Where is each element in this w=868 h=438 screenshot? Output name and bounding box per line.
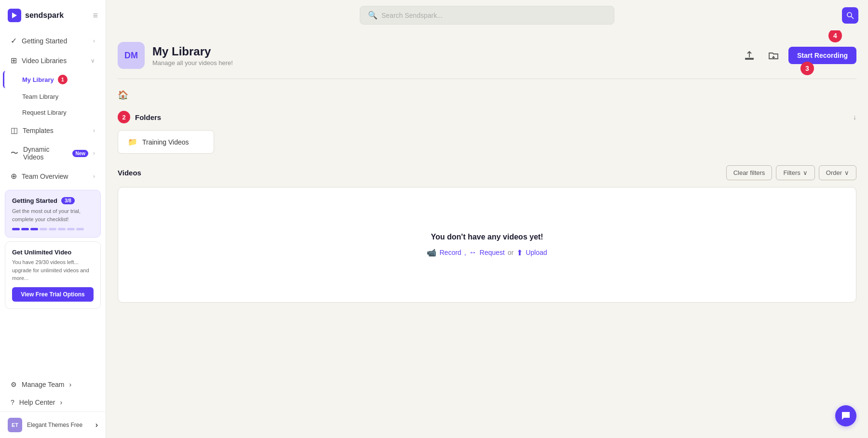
record-icon: 📹 [427, 248, 436, 257]
dot-5 [49, 228, 56, 230]
sidebar-item-templates[interactable]: ◫ Templates › [3, 121, 103, 140]
unlimited-card-title: Get Unlimited Video [12, 249, 94, 256]
dot-8 [76, 228, 84, 230]
filters-label: Filters [783, 169, 800, 176]
sort-arrow-icon[interactable]: ↓ [853, 113, 856, 121]
sidebar-item-my-library[interactable]: My Library 1 [3, 71, 103, 88]
empty-state-actions: 📹 Record , ↔ Request or ⬆ Upload [427, 248, 547, 257]
sidebar-item-label: Getting Started [22, 37, 88, 45]
help-center-label: Help Center [19, 398, 55, 406]
video-libraries-icon: ⊞ [11, 56, 17, 65]
user-name: Elegant Themes Free [27, 422, 91, 428]
chevron-right-icon: › [95, 421, 98, 429]
sidebar-bottom: ⚙ Manage Team › ? Help Center › ET Elega… [0, 375, 106, 438]
search-box[interactable]: 🔍 Search Sendspark... [360, 6, 614, 25]
sidebar-collapse-button[interactable]: ≡ [93, 11, 98, 21]
videos-section-label: Videos [118, 169, 141, 177]
sidebar-item-video-libraries[interactable]: ⊞ Video Libraries ∨ [3, 51, 103, 70]
sidebar-item-team-library[interactable]: Team Library [3, 89, 103, 104]
help-center-icon: ? [11, 398, 14, 406]
chevron-right-icon: › [93, 38, 95, 44]
my-library-badge: 1 [58, 75, 68, 84]
annotation-badge-4: 4 [828, 30, 842, 42]
dynamic-videos-icon: 〜 [11, 148, 18, 159]
sidebar-cards: Getting Started 3/8 Get the most out of … [0, 186, 106, 313]
upload-button[interactable] [740, 46, 759, 65]
folders-section: 2 Folders ↓ 📁 Training Videos [118, 111, 856, 154]
sidebar-item-label: Team Overview [22, 173, 88, 180]
getting-started-card-desc: Get the most out of your trial, complete… [12, 207, 94, 223]
chevron-right-icon: › [69, 381, 71, 388]
sidebar-item-label: Video Libraries [22, 57, 86, 65]
sidebar-item-dynamic-videos[interactable]: 〜 Dynamic Videos New › [3, 141, 103, 166]
svg-marker-0 [12, 13, 17, 18]
app-logo-text: sendspark [25, 11, 64, 20]
manage-team-icon: ⚙ [11, 381, 17, 388]
filters-button[interactable]: Filters ∨ [776, 165, 814, 180]
view-free-trial-button[interactable]: View Free Trial Options [12, 287, 94, 302]
library-header: DM My Library Manage all your videos her… [118, 30, 856, 79]
progress-dots [12, 228, 94, 230]
topbar-search-icon[interactable] [842, 7, 858, 24]
upload-icon: ⬆ [516, 248, 523, 257]
sidebar-logo: sendspark ≡ [0, 0, 106, 31]
dot-2 [21, 228, 29, 230]
sidebar-item-team-overview[interactable]: ⊕ Team Overview › [3, 167, 103, 186]
request-library-label: Request Library [22, 109, 67, 116]
request-link[interactable]: Request [480, 249, 505, 256]
sidebar-item-label: Dynamic Videos [23, 146, 68, 161]
library-title: My Library [152, 45, 233, 58]
library-title-group: My Library Manage all your videos here! [152, 45, 233, 66]
dot-1 [12, 228, 20, 230]
library-avatar: DM [118, 42, 145, 69]
getting-started-icon: ✓ [11, 36, 17, 45]
empty-state-title: You don't have any videos yet! [431, 233, 543, 241]
folder-card-training-videos[interactable]: 📁 Training Videos [118, 130, 214, 154]
sidebar-user[interactable]: ET Elegant Themes Free › [0, 411, 106, 438]
library-subtitle: Manage all your videos here! [152, 59, 233, 66]
record-link[interactable]: Record [439, 249, 461, 256]
unlimited-card-desc: You have 29/30 videos left... upgrade fo… [12, 258, 94, 282]
svg-line-2 [851, 16, 854, 19]
upload-link[interactable]: Upload [526, 249, 547, 256]
videos-controls: Clear filters Filters ∨ Order ∨ [726, 165, 856, 180]
getting-started-card-title: Getting Started [12, 197, 57, 204]
avatar: ET [8, 418, 22, 432]
chat-bubble-button[interactable] [835, 405, 856, 426]
start-recording-button[interactable]: Start Recording [788, 47, 856, 64]
chevron-right-icon: › [60, 398, 63, 406]
sidebar-item-manage-team[interactable]: ⚙ Manage Team › [3, 376, 103, 393]
chevron-down-icon: ∨ [91, 57, 95, 64]
sidebar-item-request-library[interactable]: Request Library [3, 105, 103, 120]
folder-name: Training Videos [142, 138, 189, 146]
order-label: Order [826, 169, 842, 176]
home-icon[interactable]: 🏠 [118, 90, 128, 100]
videos-empty-state: You don't have any videos yet! 📹 Record … [118, 187, 856, 303]
clear-filters-button[interactable]: Clear filters [726, 165, 773, 180]
new-badge: New [72, 150, 88, 157]
chevron-down-icon: ∨ [803, 169, 808, 176]
dot-7 [67, 228, 75, 230]
chevron-right-icon: › [93, 127, 95, 134]
sidebar-item-help-center[interactable]: ? Help Center › [3, 394, 103, 411]
library-actions: 4 3 Start Recording [740, 46, 856, 65]
sidebar-item-getting-started[interactable]: ✓ Getting Started › [3, 31, 103, 50]
templates-icon: ◫ [11, 126, 18, 135]
annotation-badge-2: 2 [118, 111, 130, 123]
chevron-down-icon: ∨ [844, 169, 849, 176]
getting-started-card-badge: 3/8 [61, 197, 75, 204]
folder-grid: 📁 Training Videos [118, 130, 856, 154]
app-logo-icon [8, 9, 21, 22]
dot-6 [58, 228, 66, 230]
order-button[interactable]: Order ∨ [819, 165, 856, 180]
request-icon: ↔ [469, 248, 477, 257]
empty-or-text: or [508, 249, 514, 256]
chevron-right-icon: › [93, 173, 95, 180]
library-avatar-text: DM [124, 51, 138, 61]
getting-started-card: Getting Started 3/8 Get the most out of … [5, 190, 101, 238]
chevron-right-icon: › [93, 150, 95, 157]
folder-icon: 📁 [128, 137, 137, 146]
team-library-label: Team Library [22, 93, 58, 100]
folder-button[interactable] [764, 46, 783, 65]
comma: , [464, 249, 466, 256]
